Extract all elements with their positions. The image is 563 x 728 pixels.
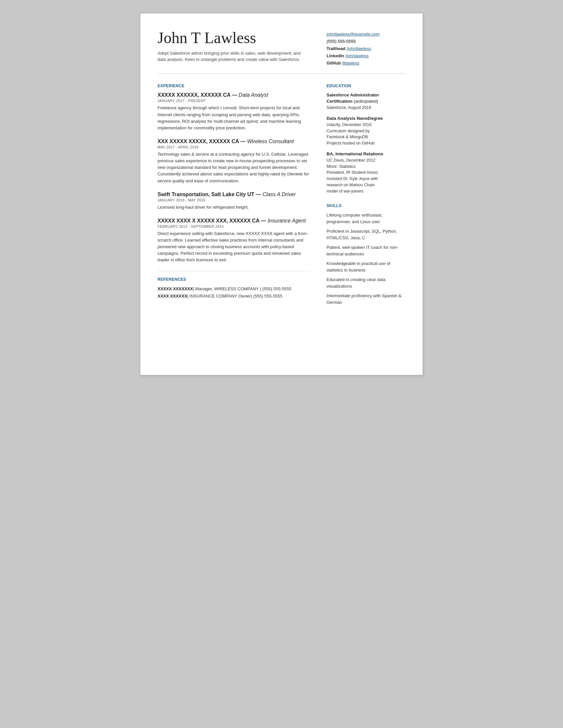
candidate-name: John T Lawless (158, 29, 326, 47)
job-header: XXXXX XXXXXX, XXXXXX CA — Data Analyst (158, 92, 311, 98)
job-description: Technology sales & service at a contract… (158, 151, 311, 184)
ref-detail: | Manager, WIRELESS COMPANY | (555) 555-… (193, 286, 292, 291)
contact-info-block: johntlawless@example.com (555) 555-5555 … (326, 29, 405, 67)
edu-detail: Udacity, December 2016Curriculum designe… (326, 122, 405, 146)
job-description: Licensed long-haul driver for refrigerat… (158, 204, 311, 211)
resume-header: John T Lawless Adept Salesforce admin br… (158, 29, 405, 74)
job-company: XXX XXXXX XXXXX, (158, 139, 208, 144)
experience-section-title: EXPERIENCE (158, 84, 311, 88)
jobs-container: XXXXX XXXXXX, XXXXXX CA — Data Analyst J… (158, 92, 311, 263)
job-item: XXXXX XXXXXX, XXXXXX CA — Data Analyst J… (158, 92, 311, 131)
candidate-tagline: Adept Salesforce admin bringing prior sk… (158, 50, 309, 63)
reference-item: XXXXX XXXXXXX| Manager, WIRELESS COMPANY… (158, 286, 311, 293)
edu-detail: UC Davis, December 2012Minor: Statistics… (326, 157, 405, 195)
skills-container: Lifelong computer enthusiast, programmer… (326, 212, 405, 305)
skill-item: Lifelong computer enthusiast, programmer… (326, 212, 405, 225)
left-column: EXPERIENCE XXXXX XXXXXX, XXXXXX CA — Dat… (158, 84, 311, 309)
job-header: Swift Transportation, Salt Lake City UT … (158, 192, 311, 197)
skill-item: Educated in creating clear data visualiz… (326, 276, 405, 289)
edu-container: Salesforce Administrator Certification (… (326, 92, 405, 194)
edu-suffix: (anticipated) (352, 99, 378, 104)
edu-title: BA, International Relations (326, 151, 405, 157)
job-role: Wireless Consultant (247, 139, 294, 144)
divider (158, 271, 311, 271)
edu-title: Salesforce Administrator Certification (… (326, 92, 405, 105)
header-left: John T Lawless Adept Salesforce admin br… (158, 29, 326, 63)
skill-item: Intermediate proficiency with Spanish & … (326, 293, 405, 305)
job-header: XXX XXXXX XXXXX, XXXXXX CA — Wireless Co… (158, 139, 311, 144)
ref-detail: | INSURANCE COMPANY Owner| (555) 555-555… (187, 294, 282, 299)
job-dates: JANUARY 2017 - PRESENT (158, 99, 311, 103)
trailhead-label: Trailhead (326, 46, 345, 51)
job-item: XXX XXXXX XXXXX, XXXXXX CA — Wireless Co… (158, 139, 311, 184)
education-item: Salesforce Administrator Certification (… (326, 92, 405, 111)
job-role: Class A Driver (263, 192, 295, 197)
job-role: Data Analyst (239, 92, 269, 98)
job-dates: FEBRUARY 2013 - SEPTEMBER 2014 (158, 224, 311, 228)
edu-degree: BA, International Relations (326, 151, 383, 156)
education-item: Data Analysis NanoDegree Udacity, Decemb… (326, 116, 405, 146)
resume-body: EXPERIENCE XXXXX XXXXXX, XXXXXX CA — Dat… (158, 84, 405, 309)
skills-section-title: SKILLS (326, 203, 405, 208)
resume-document: John T Lawless Adept Salesforce admin br… (140, 13, 423, 375)
skill-item: Patient, well-spoken IT coach for non-te… (326, 244, 405, 257)
linkedin-link[interactable]: /johnlawless (345, 53, 369, 58)
email-link[interactable]: johntlawless@example.com (326, 32, 379, 37)
job-description: Freelance agency through which I consult… (158, 105, 311, 131)
job-description: Direct experience selling with Salesforc… (158, 230, 311, 264)
contact-trailhead: Trailhead /johntlawless (326, 45, 405, 52)
contact-email: johntlawless@example.com (326, 31, 405, 38)
ref-name: XXXX XXXXXX (158, 294, 187, 299)
skills-section: SKILLS Lifelong computer enthusiast, pro… (326, 203, 405, 305)
edu-title: Data Analysis NanoDegree (326, 116, 405, 122)
job-company: Swift Transportation, (158, 192, 210, 197)
right-column: EDUCATION Salesforce Administrator Certi… (326, 84, 405, 309)
references-section: REFERENCES XXXXX XXXXXXX| Manager, WIREL… (158, 277, 311, 300)
skill-item: Proficient in Javascript, SQL, Python, H… (326, 228, 405, 241)
refs-container: XXXXX XXXXXXX| Manager, WIRELESS COMPANY… (158, 286, 311, 300)
education-section-title: EDUCATION (326, 84, 405, 88)
edu-detail: Salesforce, August 2018 (326, 105, 405, 111)
trailhead-link[interactable]: /johntlawless (346, 46, 371, 51)
skill-item: Knowledgeable in practical use of statis… (326, 260, 405, 273)
job-item: XXXXX XXXX X XXXXX XXX, XXXXXX CA — Insu… (158, 218, 311, 264)
education-item: BA, International Relations UC Davis, De… (326, 151, 405, 194)
edu-degree: Data Analysis NanoDegree (326, 116, 383, 121)
github-link[interactable]: /jtlawless (342, 61, 359, 65)
contact-github: GitHub /jtlawless (326, 60, 405, 67)
github-label: GitHub (326, 61, 341, 65)
job-dates: MAY 2017 - APRIL 2018 (158, 145, 311, 149)
job-company: XXXXX XXXX X XXXXX XXX, (158, 218, 228, 223)
job-item: Swift Transportation, Salt Lake City UT … (158, 192, 311, 211)
reference-item: XXXX XXXXXX| INSURANCE COMPANY Owner| (5… (158, 293, 311, 300)
experience-section: EXPERIENCE XXXXX XXXXXX, XXXXXX CA — Dat… (158, 84, 311, 263)
contact-linkedin: LinkedIn /johnlawless (326, 52, 405, 60)
job-dates: JANUARY 2015 - MAY 2016 (158, 198, 311, 202)
contact-phone: (555) 555-5555 (326, 38, 405, 45)
header-contact: johntlawless@example.com (555) 555-5555 … (326, 29, 405, 67)
references-section-title: REFERENCES (158, 277, 311, 282)
ref-name: XXXXX XXXXXXX (158, 286, 193, 291)
linkedin-label: LinkedIn (326, 53, 344, 58)
education-section: EDUCATION Salesforce Administrator Certi… (326, 84, 405, 194)
job-header: XXXXX XXXX X XXXXX XXX, XXXXXX CA — Insu… (158, 218, 311, 224)
job-company: XXXXX XXXXXX, (158, 92, 199, 98)
job-role: Insurance Agent (268, 218, 306, 223)
